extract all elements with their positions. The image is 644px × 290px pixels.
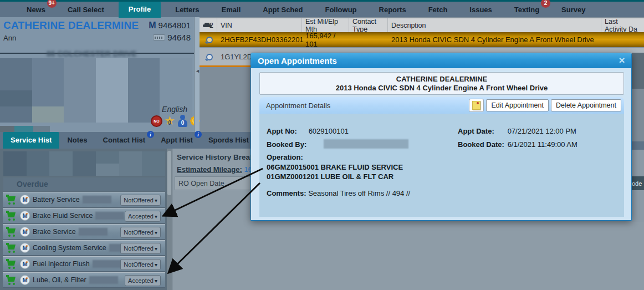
nav-item-texting[interactable]: Texting2	[507, 2, 547, 17]
sticky-note-icon	[472, 101, 481, 110]
modal-titlebar[interactable]: Open Appointments	[251, 53, 631, 68]
modal-title: Open Appointments	[258, 56, 337, 65]
no-contact-icon[interactable]	[151, 115, 162, 127]
comments-field: Comments: Seasonal Tires off Rims // 494…	[267, 189, 410, 197]
customer-first-name: Ann	[3, 34, 16, 42]
col-last-activity[interactable]: Last Activity Da	[601, 18, 644, 32]
collapse-left-icon[interactable]	[195, 68, 200, 74]
main-navbar: News9+ Call Select Profile Letters Email…	[0, 2, 644, 17]
appointment-details-body: Appt No: 6029100101 Appt Date: 07/21/202…	[259, 114, 624, 217]
phone-icon	[153, 34, 165, 40]
dealermine-m-icon: M	[20, 211, 30, 221]
redacted-price	[93, 260, 121, 268]
scrollbar-thumb[interactable]	[167, 151, 171, 195]
booked-by-redacted	[324, 139, 408, 149]
nav-item-news[interactable]: News9+	[19, 2, 53, 17]
nav-item-letters[interactable]: Letters	[167, 2, 207, 17]
nav-item-profile[interactable]: Profile	[119, 2, 161, 18]
col-vin[interactable]: VIN	[217, 18, 302, 32]
status-dropdown[interactable]: NotOffered	[120, 195, 161, 206]
col-description[interactable]: Description	[388, 18, 601, 32]
nav-item-appt-sched[interactable]: Appt Sched	[255, 2, 310, 17]
cart-icon[interactable]	[6, 243, 17, 253]
redacted-price	[83, 196, 111, 203]
col-est-mil[interactable]: Est Mil/Elp Mth	[302, 18, 349, 32]
cart-icon[interactable]	[6, 227, 17, 237]
customer-phone-main: M 9464801	[149, 21, 191, 30]
redacted-price	[79, 228, 108, 236]
cart-icon[interactable]	[6, 275, 17, 285]
modal-customer-line: CATHERINE DEALERMINE	[396, 75, 487, 83]
dealermine-m-icon: M	[20, 259, 30, 269]
nav-item-followup[interactable]: Followup	[317, 2, 364, 17]
delete-appointment-button[interactable]: Delete Appointment	[551, 99, 621, 111]
customer-address-redacted: 86 COLCHESTER DRIVE	[47, 49, 137, 58]
edit-appointment-button[interactable]: Edit Appointment	[486, 99, 549, 111]
car-icon	[203, 23, 208, 28]
close-icon[interactable]	[617, 55, 627, 65]
redacted-filter-blocks	[3, 151, 165, 176]
tab-contact-hist[interactable]: Contact Hist	[95, 132, 154, 149]
nav-item-call-select[interactable]: Call Select	[60, 2, 112, 17]
estimated-mileage: Estimated Mileage: 165	[177, 165, 256, 174]
tab-appt-hist[interactable]: Appt Hist	[153, 132, 201, 149]
background-column-fragment: ode	[632, 176, 644, 190]
dealermine-m-icon: M	[20, 227, 30, 237]
comments-value: Seasonal Tires off Rims // 494 //	[308, 189, 410, 197]
vehicle-table-header: 2 VIN Est Mil/Elp Mth Contact Type Descr…	[200, 18, 644, 32]
dealermine-logo-icon: M	[149, 21, 156, 30]
service-row-fuel-injector[interactable]: M Fuel Injector Flush NotOffered	[3, 256, 165, 272]
dealermine-m-icon: M	[20, 275, 30, 285]
status-dropdown[interactable]: Accepted	[125, 211, 161, 222]
vehicle-row-selected[interactable]: 2HGFB2F43DH03362201 165,942 / 101 2013 H…	[200, 32, 644, 47]
status-dropdown[interactable]: Accepted	[125, 275, 161, 286]
language-label: English	[162, 105, 187, 114]
section-title: Appointment Details	[266, 101, 330, 110]
status-dropdown[interactable]: NotOffered	[120, 243, 161, 254]
nav-item-issues[interactable]: Issues	[462, 2, 499, 17]
dealermine-m-icon: M	[20, 195, 30, 205]
scrollbar[interactable]	[167, 149, 172, 290]
service-row-battery[interactable]: M Battery Service NotOffered	[3, 192, 165, 207]
appointment-details-card: Appointment Details Edit Appointment Del…	[259, 97, 624, 217]
panel-collapse-strip	[194, 17, 200, 132]
tab-service-hist[interactable]: Service Hist	[3, 132, 59, 149]
col-contact-type[interactable]: Contact Type	[349, 18, 388, 32]
nav-item-survey[interactable]: Survey	[554, 2, 593, 17]
service-list-panel: Overdue M Battery Service NotOffered M B…	[0, 149, 172, 290]
nav-item-email[interactable]: Email	[214, 2, 249, 17]
vin-value: 2HGFB2F43DH03362201	[217, 35, 302, 44]
nav-item-fetch[interactable]: Fetch	[421, 2, 456, 17]
customer-phone-alt: 94648	[153, 33, 191, 42]
booked-by-field: Booked By:	[267, 140, 306, 149]
cart-icon[interactable]	[6, 211, 17, 221]
service-row-lube-oil-filter[interactable]: M Lube, Oil, & Filter Accepted	[3, 272, 165, 288]
modal-vehicle-line: 2013 Honda CIVIC SDN 4 Cylinder Engine A…	[336, 84, 548, 92]
modal-vehicle-box: CATHERINE DEALERMINE 2013 Honda CIVIC SD…	[259, 72, 624, 95]
appointment-details-header: Appointment Details Edit Appointment Del…	[259, 97, 624, 114]
operation-line-1: 06GMZ0015001 BRAKE FLUID SERVICE	[267, 163, 403, 171]
service-row-brake-fluid[interactable]: M Brake Fluid Service Accepted	[3, 208, 165, 223]
description-value: 2013 Honda CIVIC SDN 4 Cylinder Engine A…	[388, 35, 601, 44]
history-panel-title: Service History Breakd	[177, 153, 259, 161]
star-rating-icon[interactable]: 0	[163, 115, 176, 127]
appt-date-value: 07/21/2021 12:00 PM	[508, 127, 576, 135]
search-icon[interactable]	[205, 36, 212, 43]
open-appointments-modal: Open Appointments CATHERINE DEALERMINE 2…	[251, 53, 632, 221]
group-header-overdue: Overdue	[3, 177, 165, 191]
tab-notes[interactable]: Notes	[59, 132, 95, 149]
tab-spords-hist[interactable]: Spords Hist	[201, 132, 257, 149]
search-icon[interactable]	[205, 53, 212, 60]
cart-icon[interactable]	[6, 195, 17, 205]
texting-badge: 2	[541, 0, 550, 8]
cart-icon[interactable]	[6, 259, 17, 269]
nav-item-reports[interactable]: Reports	[371, 2, 414, 17]
booked-date-field: Booked Date: 6/1/2021 11:49:00 AM	[458, 140, 577, 149]
service-row-brake[interactable]: M Brake Service NotOffered	[3, 224, 165, 240]
status-dropdown[interactable]: NotOffered	[120, 227, 161, 238]
note-button[interactable]	[469, 99, 484, 112]
status-dropdown[interactable]: NotOffered	[120, 259, 161, 270]
history-tabs: Service Hist Notes Contact Hist Appt His…	[0, 132, 260, 149]
person-count-icon[interactable]: 0	[177, 115, 188, 127]
service-row-cooling[interactable]: M Cooling System Service NotOffered	[3, 240, 165, 256]
